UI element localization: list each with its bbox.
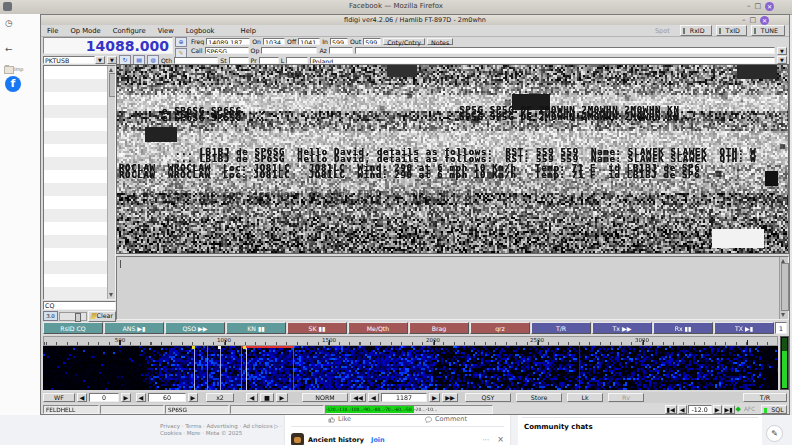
list-row[interactable] [44, 92, 108, 105]
post-menu-icon[interactable]: ⋯ [482, 436, 489, 444]
wf-range-value[interactable]: 60 [148, 393, 186, 402]
waterfall-display[interactable] [43, 346, 778, 390]
state-field[interactable] [229, 57, 249, 64]
clock-icon[interactable]: ◷ [5, 18, 13, 28]
list-row[interactable] [44, 222, 108, 235]
notes-button[interactable]: Notes [427, 38, 453, 45]
arrow-left-icon[interactable]: ◀ [136, 393, 146, 402]
locator-field[interactable] [286, 57, 308, 64]
firefox-minimize-button[interactable]: – [747, 2, 751, 11]
list-row[interactable] [44, 144, 108, 157]
arrow-right-icon[interactable]: ▶ [713, 405, 722, 414]
like-button[interactable]: Like [328, 415, 351, 423]
shift-right-icon[interactable]: ▶ [276, 393, 288, 402]
mode-combo-arrow-icon[interactable]: ▼ [95, 56, 105, 64]
list-row[interactable] [44, 157, 108, 170]
cnty-cntry-button[interactable]: Cnty/Cntry [383, 38, 425, 45]
tune-button[interactable]: TUNE [751, 25, 785, 36]
sql-toggle[interactable]: SQL [761, 405, 787, 414]
menu-configure[interactable]: Configure [107, 27, 152, 35]
mode-status[interactable]: FELDHELL [43, 405, 99, 414]
country-arrow-icon[interactable]: ▼ [777, 56, 787, 64]
menu-view[interactable]: View [152, 27, 180, 35]
mode-combo[interactable]: PKTUSB ▼ [43, 56, 105, 64]
stop-icon[interactable]: ■ [260, 393, 274, 402]
wf-mode-button[interactable]: WF [43, 393, 75, 402]
skip-left-icon[interactable]: ▮◀ [665, 405, 677, 414]
list-row[interactable] [44, 248, 108, 261]
arrow-left-icon[interactable]: ◀ [77, 393, 87, 402]
macro-button-qrz[interactable]: qrz [470, 322, 530, 334]
macro-button-brag[interactable]: Brag [409, 322, 469, 334]
fldigi-minimize-button[interactable]: – [742, 16, 746, 25]
macro-button-kn[interactable]: KN ▮▮ [226, 322, 286, 334]
freq-down-icon[interactable]: ◀ [368, 393, 379, 402]
macro-button-rsid-cq[interactable]: RsID CQ [43, 322, 103, 334]
reverse-arrow-icon[interactable]: ▼ [107, 56, 117, 64]
clear-button[interactable]: Clear [88, 311, 116, 322]
menu-op-mode[interactable]: Op Mode [64, 27, 106, 35]
txid-button[interactable]: TxID [716, 25, 747, 36]
macro-button-tx[interactable]: Tx ▶▶ [592, 322, 652, 334]
footer-line-2[interactable]: Cookies · More · Meta © 2025 [160, 430, 290, 437]
slider-handle[interactable] [75, 313, 81, 322]
list-row[interactable] [44, 196, 108, 209]
list-row[interactable] [44, 274, 108, 287]
firefox-close-button[interactable]: ✕ [765, 2, 774, 11]
afc-toggle[interactable]: AFC [742, 405, 760, 414]
list-row[interactable] [44, 118, 108, 131]
scroll-down-icon[interactable] [109, 293, 113, 297]
time-on-field[interactable]: 1034 [263, 38, 285, 45]
arrow-right-icon[interactable]: ▶ [121, 393, 131, 402]
signal-browser-scrollbar[interactable] [107, 66, 115, 299]
back-arrow-icon[interactable]: ← [5, 44, 13, 54]
scrollbar-thumb[interactable] [781, 263, 789, 311]
macro-page-indicator[interactable]: 1 [775, 322, 787, 334]
chevron-down-icon[interactable]: ▼ [777, 47, 787, 55]
list-row[interactable] [44, 105, 108, 118]
tx-text-pane[interactable] [116, 256, 789, 320]
tx-rx-button[interactable]: T/R [743, 393, 787, 402]
list-row[interactable] [44, 235, 108, 248]
list-row[interactable] [44, 66, 108, 79]
province-field[interactable] [259, 57, 279, 64]
rx-hell-pane[interactable]: e SP6SG SP6SG ...e SP6SG SP6SG ... ..SP5… [116, 64, 789, 254]
freq-down-fast-icon[interactable]: ◀◀ [350, 393, 366, 402]
qsy-button[interactable]: QSY [465, 393, 511, 402]
fldigi-close-button[interactable]: ✕ [760, 16, 769, 25]
macro-button-sk[interactable]: SK ▮▮ [287, 322, 347, 334]
reverse-button[interactable]: Rv [608, 393, 644, 402]
country-field[interactable]: Poland [310, 57, 775, 64]
rxid-button[interactable]: RxID [680, 25, 712, 36]
scroll-up-icon[interactable] [109, 68, 113, 72]
menu-logbook[interactable]: Logbook [180, 27, 221, 35]
compose-pencil-icon[interactable]: ✎ [766, 425, 783, 442]
scrollbar-thumb[interactable] [109, 73, 116, 97]
rst-in-field[interactable]: 599 [330, 38, 348, 45]
wf-upper-signal-value[interactable]: 0 [89, 393, 119, 402]
skip-right-icon[interactable]: ▶▮ [723, 405, 735, 414]
list-row[interactable] [44, 287, 108, 300]
audio-frequency-value[interactable]: 1187 [381, 393, 427, 402]
time-off-field[interactable]: 1041 [298, 38, 320, 45]
macro-button-me-qth[interactable]: Me/Qth [348, 322, 408, 334]
menu-help[interactable]: Help [235, 27, 263, 35]
squelch-value[interactable]: 3.0 [43, 311, 58, 321]
arrow-right-icon[interactable]: ▶ [188, 393, 198, 402]
wf-speed-button[interactable]: NORM [302, 393, 348, 402]
list-row[interactable] [44, 79, 108, 92]
list-row[interactable] [44, 261, 108, 274]
macro-button-qso[interactable]: QSO ▶▶ [165, 322, 225, 334]
list-row[interactable] [44, 131, 108, 144]
list-row[interactable] [44, 170, 108, 183]
spot-button[interactable]: Spot [655, 27, 670, 35]
qso-list-field[interactable] [355, 47, 775, 54]
call-field[interactable]: SP6SG [205, 47, 249, 54]
vfo-frequency-display[interactable]: 14088.000 [43, 37, 173, 54]
firefox-maximize-button[interactable]: □ [754, 2, 761, 11]
arrow-left-icon[interactable]: ◀ [678, 405, 687, 414]
group-title[interactable]: Ancient history [308, 436, 364, 444]
op-field[interactable] [261, 47, 317, 54]
az-field[interactable] [329, 47, 353, 54]
list-row[interactable] [44, 209, 108, 222]
